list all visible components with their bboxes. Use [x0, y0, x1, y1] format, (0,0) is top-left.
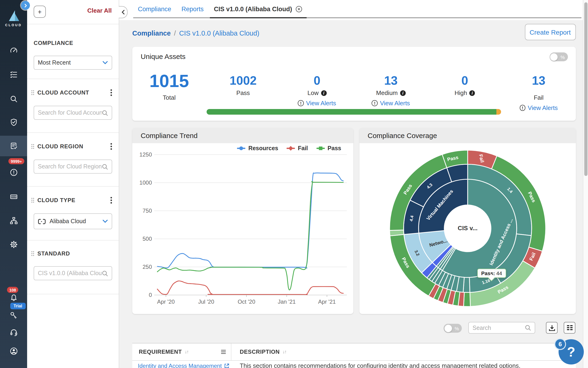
- requirement-link[interactable]: Identity and Access Management: [138, 362, 222, 368]
- percent-toggle[interactable]: %: [549, 52, 568, 61]
- investigate-search-icon: [9, 94, 18, 103]
- sidebar-item-compute-container[interactable]: [0, 186, 27, 207]
- svg-text:0: 0: [149, 292, 152, 298]
- stat-medium: 13Mediumi!View Alerts: [354, 69, 428, 111]
- sidebar-item-policies-shield[interactable]: [0, 112, 27, 132]
- stat-label: Highi: [428, 89, 502, 96]
- stat-high: 0Highi: [428, 69, 502, 111]
- sidebar-item-network-topology[interactable]: [0, 210, 27, 231]
- view-alerts-link[interactable]: !View Alerts: [354, 100, 428, 107]
- stat-pass: 1002Pass: [206, 69, 280, 111]
- info-icon[interactable]: i: [400, 90, 406, 96]
- sidebar-item-compliance-document[interactable]: [0, 136, 27, 156]
- coverage-card-title: Compliance Coverage: [368, 131, 437, 139]
- column-header-requirement[interactable]: REQUIREMENT↓↑: [132, 343, 231, 360]
- filter-section-label: CLOUD ACCOUNT: [37, 89, 89, 96]
- download-button[interactable]: [546, 322, 558, 334]
- legend-pass[interactable]: Pass: [316, 145, 341, 152]
- sunburst-segment: [389, 230, 404, 236]
- section-menu-icon[interactable]: [110, 143, 112, 150]
- tab-reports[interactable]: Reports: [182, 5, 204, 12]
- sidebar-item-dashboard-gauge[interactable]: [0, 40, 27, 61]
- stat-value: 0: [428, 75, 502, 86]
- toggle-knob: [444, 324, 452, 332]
- compliance-trend-card: Compliance Trend ResourcesFailPass 02505…: [132, 128, 353, 314]
- drag-handle-icon[interactable]: [31, 251, 35, 256]
- profile-person-icon: [9, 347, 18, 355]
- sidebar-item-investigate-search[interactable]: [0, 88, 27, 109]
- sidebar-item-support-headset[interactable]: [0, 322, 27, 342]
- legend-fail[interactable]: Fail: [287, 145, 308, 152]
- breadcrumb-compliance[interactable]: Compliance: [132, 29, 171, 37]
- active-tab-underline: [210, 17, 307, 18]
- toggle-knob: [550, 53, 558, 61]
- app-logo[interactable]: CLOUD: [0, 9, 27, 27]
- sidebar-item-profile-person[interactable]: [0, 341, 27, 361]
- unique-assets-card: Unique Assets % 1015Total1002Pass0Lowi!V…: [132, 47, 576, 120]
- filter-section-label: COMPLIANCE: [34, 40, 73, 46]
- filter-select[interactable]: Alibaba Cloud: [34, 213, 112, 229]
- svg-text:250: 250: [142, 264, 152, 270]
- table-search-input[interactable]: Search: [468, 322, 535, 334]
- drag-handle-icon[interactable]: [31, 144, 35, 149]
- table-columns-button[interactable]: [564, 322, 575, 334]
- search-icon: [102, 164, 108, 170]
- section-menu-icon[interactable]: [110, 196, 112, 204]
- stat-value: 0: [280, 75, 354, 86]
- filter-section-cloud-account: CLOUD ACCOUNTSearch for Cloud Account: [27, 79, 119, 133]
- tab-cis-v1-0-0-alibaba-cloud-[interactable]: CIS v1.0.0 (Alibaba Cloud): [214, 5, 302, 12]
- notification-count-badge: 108: [7, 287, 18, 293]
- sidebar-expand-icon[interactable]: [21, 1, 30, 10]
- table-percent-toggle[interactable]: %: [444, 324, 462, 333]
- close-tab-icon[interactable]: [295, 5, 302, 12]
- sidebar-item-settings-gear[interactable]: [0, 234, 27, 255]
- svg-text:1250: 1250: [140, 151, 152, 158]
- sort-icon[interactable]: ↓↑: [282, 349, 286, 354]
- svg-text:750: 750: [142, 208, 152, 214]
- filter-search-input[interactable]: Search for Cloud Region: [34, 160, 112, 174]
- filter-section-cloud-type: CLOUD TYPEAlibaba Cloud: [27, 187, 119, 240]
- filter-section-label: CLOUD TYPE: [37, 197, 76, 203]
- tab-compliance[interactable]: Compliance: [138, 5, 171, 12]
- chevron-down-icon: [102, 220, 108, 223]
- info-icon[interactable]: i: [321, 90, 326, 96]
- trend-line-resources: [157, 173, 343, 268]
- create-report-button[interactable]: Create Report: [525, 24, 576, 40]
- alert-circle-icon: !: [298, 100, 304, 106]
- stat-value: 13: [502, 75, 576, 86]
- drag-handle-icon[interactable]: [31, 197, 35, 203]
- filter-section-standard: STANDARDCIS v1.0.0 (Alibaba Clou: [27, 240, 119, 294]
- sidebar-item-inventory-checklist[interactable]: [0, 64, 27, 85]
- filter-section-label: STANDARD: [37, 250, 70, 257]
- svg-text:1000: 1000: [140, 179, 152, 186]
- svg-text:Jan '21: Jan '21: [278, 299, 296, 305]
- stat-label: Total: [132, 94, 206, 101]
- section-menu-icon[interactable]: [110, 89, 112, 96]
- info-icon[interactable]: i: [469, 90, 475, 96]
- view-alerts-link[interactable]: !View Alerts: [280, 100, 354, 107]
- add-filter-button[interactable]: +: [34, 6, 46, 18]
- filter-select[interactable]: Most Recent: [34, 56, 112, 70]
- trend-line-fail: [157, 281, 343, 294]
- stat-label: Fail: [502, 94, 576, 101]
- stat-fail: 13Fail!View Alerts: [502, 69, 576, 111]
- filter-search-input[interactable]: CIS v1.0.0 (Alibaba Clou: [34, 266, 112, 280]
- svg-text:500: 500: [142, 236, 152, 242]
- breadcrumb-standard[interactable]: CIS v1.0.0 (Alibaba Cloud): [179, 29, 259, 37]
- logo-text: CLOUD: [0, 23, 27, 27]
- clear-all-filters-button[interactable]: Clear All: [87, 7, 112, 14]
- drag-handle-icon[interactable]: [31, 90, 35, 95]
- external-link-icon[interactable]: [224, 363, 229, 368]
- view-alerts-link[interactable]: !View Alerts: [502, 104, 576, 111]
- compliance-coverage-card: Compliance Coverage Identity and Access …: [359, 128, 576, 314]
- column-header-description[interactable]: DESCRIPTION↓↑: [231, 348, 286, 355]
- sort-icon[interactable]: ↓↑: [185, 349, 188, 354]
- sunburst-center-label: CIS v...: [458, 225, 477, 232]
- scrollbar-thumb[interactable]: [584, 2, 587, 176]
- filter-search-input[interactable]: Search for Cloud Account: [34, 106, 112, 120]
- legend-resources[interactable]: Resources: [237, 145, 278, 152]
- sidebar-item-alerts-exclamation[interactable]: [0, 162, 27, 183]
- page-scrollbar[interactable]: [583, 0, 588, 368]
- sunburst-segment: [464, 293, 470, 306]
- column-menu-icon[interactable]: [221, 349, 226, 354]
